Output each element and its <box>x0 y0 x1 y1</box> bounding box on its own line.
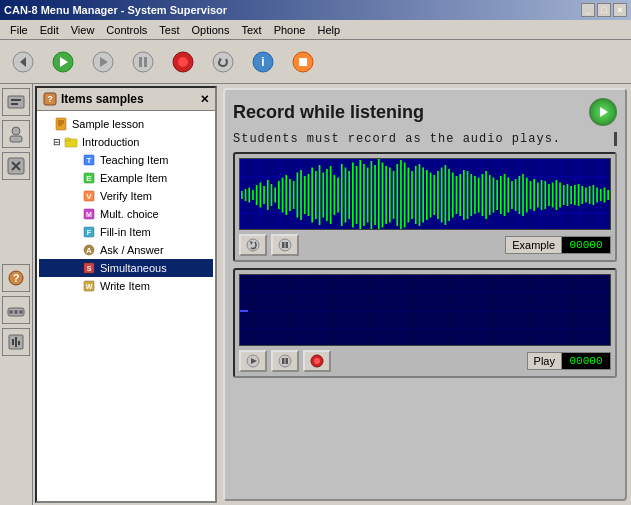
tree: Sample lesson ⊟ Introduction T Teaching … <box>37 111 215 501</box>
menu-bar: File Edit View Controls Test Options Tex… <box>0 20 631 40</box>
rewind-button[interactable] <box>204 44 242 80</box>
verify-icon: V <box>81 188 97 204</box>
svg-point-20 <box>12 127 20 135</box>
play-gray-button[interactable] <box>84 44 122 80</box>
menu-help[interactable]: Help <box>311 22 346 38</box>
tree-label-verify: Verify Item <box>100 190 152 202</box>
record-description: Students must record as the audio plays. <box>233 132 617 146</box>
sidebar-header-icon: ? <box>43 92 57 106</box>
tree-item-teaching[interactable]: T Teaching Item <box>39 151 213 169</box>
tree-item-fill-in[interactable]: F Fill-in Item <box>39 223 213 241</box>
menu-view[interactable]: View <box>65 22 101 38</box>
title-bar-controls: _ □ × <box>581 3 627 17</box>
pause-button[interactable] <box>124 44 162 80</box>
svg-text:W: W <box>86 283 93 290</box>
title-bar: CAN-8 Menu Manager - System Supervisor _… <box>0 0 631 20</box>
record-button[interactable] <box>164 44 202 80</box>
fill-in-icon: F <box>81 224 97 240</box>
svg-rect-21 <box>10 136 22 142</box>
maximize-button[interactable]: □ <box>597 3 611 17</box>
content-panel: Record while listening Students must rec… <box>219 84 631 505</box>
tree-label-simultaneous: Simultaneous <box>100 262 167 274</box>
back-icon <box>12 51 34 73</box>
menu-file[interactable]: File <box>4 22 34 38</box>
example-label-box: Example <box>505 236 561 254</box>
menu-phone[interactable]: Phone <box>268 22 312 38</box>
waveform-canvas-1 <box>239 158 611 230</box>
play-record-button[interactable] <box>303 350 331 372</box>
title-bar-text: CAN-8 Menu Manager - System Supervisor <box>4 4 227 16</box>
sidebar-wrapper: ? Items samples ✕ Sample lesson ⊟ Introd… <box>35 86 217 503</box>
record-icon <box>172 51 194 73</box>
svg-point-71 <box>314 358 320 364</box>
menu-controls[interactable]: Controls <box>100 22 153 38</box>
svg-marker-59 <box>600 107 608 117</box>
play-label-counter: Play 00000 <box>527 352 611 370</box>
tree-item-verify[interactable]: V Verify Item <box>39 187 213 205</box>
svg-rect-68 <box>282 358 285 364</box>
left-icon-1[interactable] <box>2 88 30 116</box>
tree-item-sample-lesson[interactable]: Sample lesson <box>39 115 213 133</box>
left-icon-4[interactable]: ? <box>2 264 30 292</box>
svg-rect-8 <box>144 57 147 67</box>
tree-item-write[interactable]: W Write Item <box>39 277 213 295</box>
svg-point-11 <box>213 52 233 72</box>
left-icon-5[interactable] <box>2 296 30 324</box>
example-counter-box: 00000 <box>561 236 611 254</box>
play-play-button[interactable] <box>239 350 267 372</box>
svg-rect-37 <box>56 118 66 130</box>
tree-label-teaching: Teaching Item <box>100 154 168 166</box>
svg-rect-19 <box>11 103 18 105</box>
tree-item-simultaneous[interactable]: S Simultaneous <box>39 259 213 277</box>
minimize-button[interactable]: _ <box>581 3 595 17</box>
record-title: Record while listening <box>233 102 424 123</box>
example-icon: E <box>81 170 97 186</box>
svg-rect-17 <box>8 96 24 108</box>
waveform-controls-2: Play 00000 <box>239 350 611 372</box>
menu-text[interactable]: Text <box>235 22 267 38</box>
waveform-controls-1: Example 00000 <box>239 234 611 256</box>
book-icon <box>53 116 69 132</box>
svg-text:?: ? <box>47 94 53 104</box>
play-pause-button[interactable] <box>271 350 299 372</box>
example-rewind-button[interactable] <box>239 234 267 256</box>
record-next-button[interactable] <box>589 98 617 126</box>
back-button[interactable] <box>4 44 42 80</box>
left-icon-6[interactable] <box>2 328 30 356</box>
stop-icon <box>292 51 314 73</box>
menu-options[interactable]: Options <box>186 22 236 38</box>
folder-icon <box>63 134 79 150</box>
svg-rect-64 <box>286 242 289 248</box>
svg-point-6 <box>133 52 153 72</box>
sidebar-title: Items samples <box>61 92 144 106</box>
menu-edit[interactable]: Edit <box>34 22 65 38</box>
example-pause-button[interactable] <box>271 234 299 256</box>
main-area: ? ? Items samples ✕ Sample lesson <box>0 84 631 505</box>
svg-rect-69 <box>286 358 289 364</box>
stop-button[interactable] <box>284 44 322 80</box>
svg-rect-18 <box>11 99 21 101</box>
forward-button[interactable] <box>44 44 82 80</box>
tree-item-introduction[interactable]: ⊟ Introduction <box>39 133 213 151</box>
svg-point-28 <box>9 310 13 314</box>
info-button[interactable]: i <box>244 44 282 80</box>
svg-rect-7 <box>139 57 142 67</box>
left-icon-3[interactable] <box>2 152 30 180</box>
ask-answer-icon: A <box>81 242 97 258</box>
tree-label-introduction: Introduction <box>82 136 139 148</box>
menu-test[interactable]: Test <box>153 22 185 38</box>
svg-point-10 <box>178 57 188 67</box>
tree-item-ask-answer[interactable]: A Ask / Answer <box>39 241 213 259</box>
tree-label-fill-in: Fill-in Item <box>100 226 151 238</box>
close-button[interactable]: × <box>613 3 627 17</box>
tree-label-write: Write Item <box>100 280 150 292</box>
example-label-counter: Example 00000 <box>505 236 611 254</box>
waveform-display-2 <box>240 275 610 346</box>
tree-item-example[interactable]: E Example Item <box>39 169 213 187</box>
sidebar-close-button[interactable]: ✕ <box>200 93 209 106</box>
svg-rect-63 <box>282 242 285 248</box>
tree-item-mult-choice[interactable]: M Mult. choice <box>39 205 213 223</box>
toolbar: i <box>0 40 631 84</box>
left-icon-2[interactable] <box>2 120 30 148</box>
record-panel: Record while listening Students must rec… <box>223 88 627 501</box>
